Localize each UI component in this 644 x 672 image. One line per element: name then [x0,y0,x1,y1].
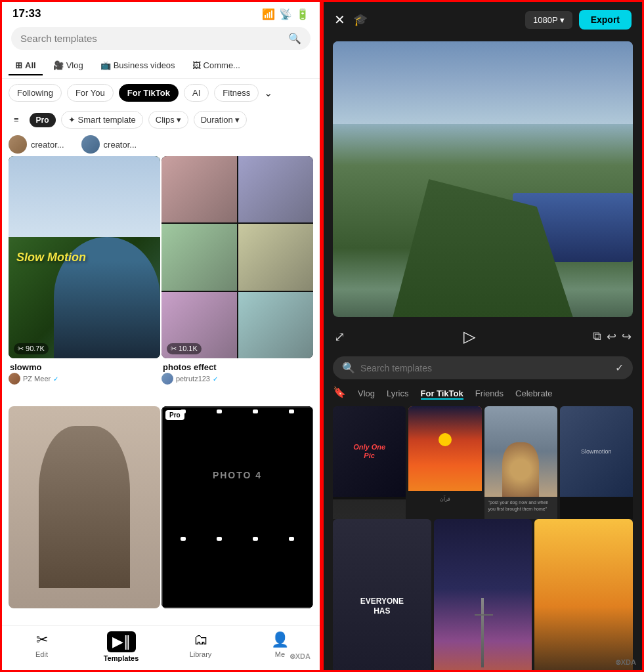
chip-following[interactable]: Following [9,84,62,102]
pro-badge[interactable]: Pro [30,113,56,127]
card-butterfly: BUTTERFLY [534,519,633,670]
slowmo-stats: ✂ 90.7K [14,343,49,354]
me-label: Me [275,650,285,658]
expand-btn[interactable]: ⤢ [334,329,345,345]
clips-btn[interactable]: Clips ▾ [148,111,188,129]
photos-stats: ✂ 10.1K [167,343,202,354]
filter-options-row: ≡ Pro ✦ Smart template Clips ▾ Duration … [2,107,320,133]
tmpl-butterfly[interactable]: BUTTERFLY [534,519,633,670]
templates-grid-row1: Only OnePic One pic Edi قرآن Quran | قرآ… [324,402,642,519]
cap-icon[interactable]: 🎓 [353,12,368,27]
tab-vlog[interactable]: 🎥 Vlog [47,56,90,75]
wifi-icon: 📡 [279,8,292,20]
nav-library[interactable]: 🗂 Library [161,631,240,662]
tmpl-card-slowmo: Slowmotion Slowmotion Vi... [560,406,633,519]
playback-controls: ⤢ ▷ ⧉ ↩ ↪ [324,321,642,352]
confirm-icon[interactable]: ✓ [615,362,624,374]
photos-author-row: petrutz123 ✓ [161,373,313,387]
undo-icon[interactable]: ↩ [607,329,616,344]
chip-foryou[interactable]: For You [67,84,114,102]
edit-label: Edit [35,650,48,658]
grid-content: Slow Motion ✂ 90.7K slowmo PZ Meer ✓ [2,155,320,625]
filmstrip-holes-bottom [163,535,312,543]
tmpl-tab-lyrics[interactable]: Lyrics [387,386,408,400]
templates-search-input[interactable] [360,363,610,373]
loop-icon[interactable]: ⧉ [593,329,601,344]
card-paris [434,519,532,670]
hole-4 [289,410,294,413]
library-label: Library [190,650,212,658]
left-panel: 17:33 📶 📡 🔋 🔍 ⊞ All 🎥 Vlog 📺 Business vi… [0,0,322,672]
me-icon: 👤 [271,631,289,648]
tab-vlog-label: Vlog [66,60,83,70]
hole-6 [217,537,222,541]
tmpl-slowmotion[interactable]: Slowmotion Slowmotion Vi... [560,406,633,519]
card-girl[interactable] [9,406,160,625]
creator-row: creator... creator... [2,133,320,155]
search-bar[interactable]: 🔍 [11,27,311,50]
video-card-slowmo: Slow Motion ✂ 90.7K [9,156,160,358]
verified-icon: ✓ [53,375,58,383]
slowmo-author-avatar [9,373,20,385]
search-input[interactable] [20,33,283,44]
filter-row: Following For You For TikTok AI Fitness … [2,79,320,107]
chip-fortiktok[interactable]: For TikTok [119,84,179,102]
smart-template-btn[interactable]: ✦ Smart template [61,111,143,129]
photos-author-name: petrutz123 [176,375,210,383]
tmpl-paris[interactable] [434,519,532,670]
filmstrip-holes-top [163,408,312,415]
filter-icon-btn[interactable]: ≡ [9,112,24,128]
redo-icon[interactable]: ↪ [622,329,632,344]
pro-corner: Pro [165,410,184,420]
photos-author-avatar [161,373,173,385]
status-time: 17:33 [12,7,41,20]
sunset-sky [408,406,481,491]
chip-ai[interactable]: AI [184,84,209,102]
tmpl-everyone[interactable]: EVERYONEHAS [333,519,431,670]
nav-templates[interactable]: ▶‖ Templates [81,631,161,662]
slowmo-bg: Slow Motion ✂ 90.7K [9,156,160,358]
editor-topbar: ✕ 🎓 1080P ▾ Export [324,2,642,37]
tmpl-quran[interactable]: قرآن Quran | قرآن [408,406,481,519]
tab-business-label: Business videos [114,60,175,70]
close-icon[interactable]: ✕ [334,12,345,28]
bookmark-tab[interactable]: 🔖 [333,386,346,400]
hole-7 [253,537,258,541]
collage-grid [161,156,313,358]
creator-name-1: creator... [31,140,64,150]
nav-edit[interactable]: ✂ Edit [2,631,81,662]
slowmo-text: Slow Motion [16,251,86,264]
tmpl-takemeback[interactable]: "post your dog now and when you first br… [484,406,557,519]
tmpl-tab-friends[interactable]: Friends [475,386,504,400]
tmpl-tab-fortiktok[interactable]: For TikTok [421,386,463,400]
tab-business[interactable]: 📺 Business videos [94,56,182,75]
card-photo4[interactable]: PHOTO 4 Pro [161,406,313,625]
duration-btn[interactable]: Duration ▾ [194,111,247,129]
video-card-photo4: PHOTO 4 Pro [161,406,313,608]
sparkle-icon: ✦ [68,115,75,125]
tmpl-onepic[interactable]: Only OnePic One pic Edi [333,406,406,519]
slowmo-title: slowmo [9,360,160,373]
creator-name-2: creator... [104,140,137,150]
templates-search[interactable]: 🔍 ✓ [333,356,633,379]
chip-fitness[interactable]: Fitness [214,84,259,102]
photos-title: photos effect [161,360,313,373]
play-btn[interactable]: ▷ [463,327,475,346]
tab-comments[interactable]: 🖼 Comme... [186,56,247,75]
card-everyone: EVERYONEHAS [333,519,431,670]
card-slowmo-info: slowmo PZ Meer ✓ [9,358,160,388]
resolution-btn[interactable]: 1080P ▾ [525,11,572,29]
export-btn[interactable]: Export [579,10,632,30]
filmstrip: PHOTO 4 [161,406,313,608]
collage-6 [238,292,314,358]
tmpl-tab-vlog[interactable]: Vlog [358,386,375,400]
tmpl-tab-celebrate[interactable]: Celebrate [515,386,552,400]
sky-clouds [333,41,633,124]
more-icon[interactable]: ⌄ [264,87,272,99]
search-icon[interactable]: 🔍 [288,32,301,45]
tab-all-label: All [25,60,36,70]
video-card-photos: ✂ 10.1K [161,156,313,358]
tab-all[interactable]: ⊞ All [9,56,43,75]
card-photos[interactable]: ✂ 10.1K photos effect petrutz123 ✓ [161,156,313,405]
card-slowmo[interactable]: Slow Motion ✂ 90.7K slowmo PZ Meer ✓ [9,156,160,405]
